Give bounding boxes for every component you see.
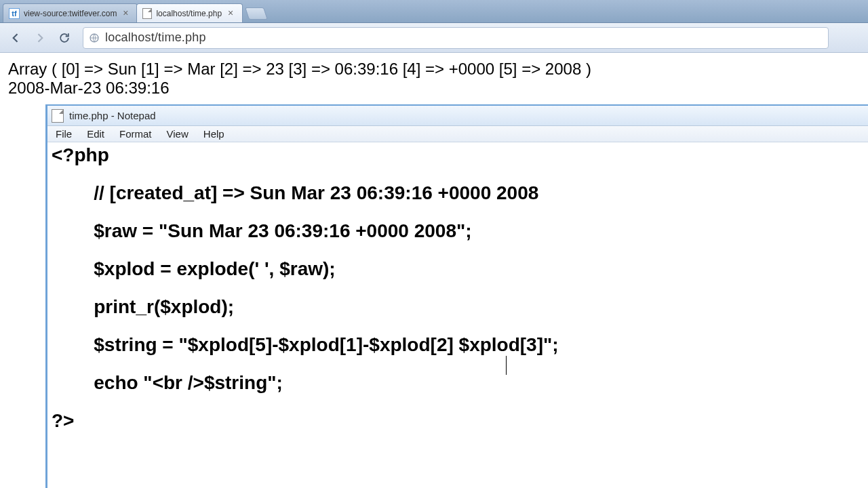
php-output-array: Array ( [0] => Sun [1] => Mar [2] => 23 … xyxy=(8,60,860,79)
tab-timephp[interactable]: localhost/time.php × xyxy=(136,3,243,22)
close-icon[interactable]: × xyxy=(121,9,130,18)
menu-view[interactable]: View xyxy=(160,127,195,141)
code-line: $xplod = explode(' ', $raw); xyxy=(52,258,336,279)
reload-icon xyxy=(58,31,71,45)
forward-button[interactable] xyxy=(30,28,50,48)
code-line: print_r($xplod); xyxy=(52,296,234,317)
back-button[interactable] xyxy=(5,28,26,48)
notepad-file-icon xyxy=(52,109,64,123)
favicon-twitfever: tf xyxy=(9,8,20,19)
menu-format[interactable]: Format xyxy=(113,127,159,141)
notepad-editor[interactable]: <?php // [created_at] => Sun Mar 23 06:3… xyxy=(47,143,868,488)
notepad-title: time.php - Notepad xyxy=(69,110,156,121)
browser-toolbar: localhost/time.php xyxy=(0,23,868,53)
notepad-window: time.php - Notepad File Edit Format View… xyxy=(45,104,868,488)
address-bar[interactable]: localhost/time.php xyxy=(83,27,829,49)
tab-title: localhost/time.php xyxy=(156,9,222,18)
menu-help[interactable]: Help xyxy=(197,127,231,141)
code-line: $raw = "Sun Mar 23 06:39:16 +0000 2008"; xyxy=(52,220,472,241)
reload-button[interactable] xyxy=(54,28,75,48)
close-icon[interactable]: × xyxy=(226,9,235,18)
tab-strip: tf view-source:twitfever.com × localhost… xyxy=(0,0,868,23)
code-line: echo "<br />$string"; xyxy=(52,372,283,393)
arrow-right-icon xyxy=(33,31,47,45)
arrow-left-icon xyxy=(9,31,22,45)
code-line: ?> xyxy=(52,410,74,431)
notepad-menubar: File Edit Format View Help xyxy=(47,126,868,142)
notepad-titlebar[interactable]: time.php - Notepad xyxy=(47,106,868,126)
page-content: Array ( [0] => Sun [1] => Mar [2] => 23 … xyxy=(0,53,868,104)
code-line: // [created_at] => Sun Mar 23 06:39:16 +… xyxy=(52,182,538,203)
menu-file[interactable]: File xyxy=(49,127,79,141)
code-line: $string = "$xplod[5]-$xplod[1]-$xplod[2]… xyxy=(52,334,559,355)
favicon-document-icon xyxy=(142,8,152,19)
tab-twitfever[interactable]: tf view-source:twitfever.com × xyxy=(3,3,138,22)
code-line: <?php xyxy=(52,144,109,165)
menu-edit[interactable]: Edit xyxy=(80,127,111,141)
text-caret xyxy=(506,356,507,375)
url-text: localhost/time.php xyxy=(105,30,206,45)
globe-icon xyxy=(89,33,100,43)
tab-title: view-source:twitfever.com xyxy=(24,9,117,18)
new-tab-button[interactable] xyxy=(245,7,268,20)
php-output-string: 2008-Mar-23 06:39:16 xyxy=(8,79,860,98)
